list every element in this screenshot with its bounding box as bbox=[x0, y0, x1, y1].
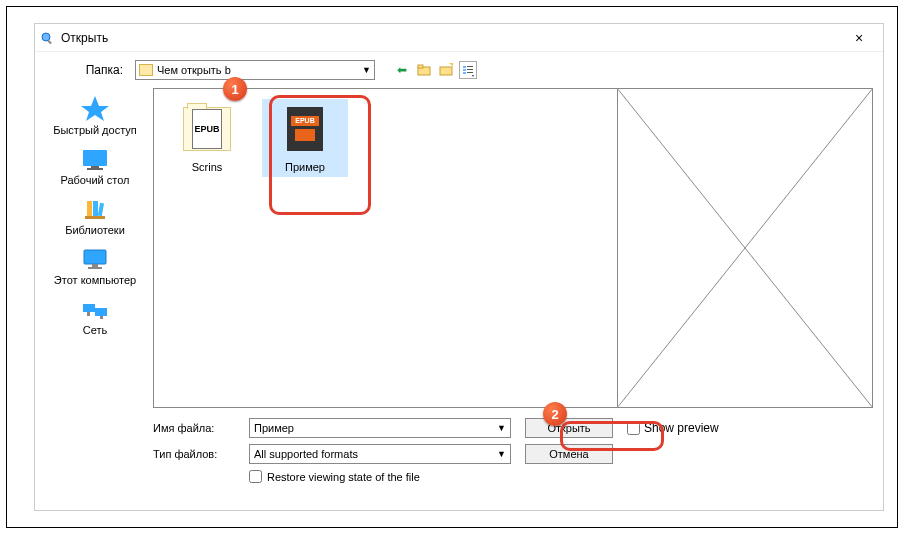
filename-label: Имя файла: bbox=[153, 422, 249, 434]
no-preview-icon bbox=[618, 89, 872, 407]
network-icon bbox=[79, 298, 111, 322]
epub-icon: EPUB bbox=[279, 103, 331, 155]
cancel-button[interactable]: Отмена bbox=[525, 444, 613, 464]
main-area: Быстрый доступ Рабочий стол Библиотеки Э… bbox=[35, 88, 883, 408]
svg-point-0 bbox=[42, 33, 50, 41]
place-libraries[interactable]: Библиотеки bbox=[50, 198, 140, 236]
restore-state-checkbox[interactable] bbox=[249, 470, 262, 483]
filename-input[interactable]: Пример ▼ bbox=[249, 418, 511, 438]
show-preview-checkbox[interactable]: Show preview bbox=[627, 421, 719, 435]
outer-frame: Открыть × Папка: Чем открыть b ▼ ⬅ ✦ bbox=[6, 6, 898, 528]
svg-rect-16 bbox=[87, 201, 92, 216]
bottom-form: Имя файла: Пример ▼ Открыть Show preview… bbox=[35, 408, 883, 483]
filetype-label: Тип файлов: bbox=[153, 448, 249, 460]
svg-rect-20 bbox=[84, 250, 106, 264]
close-button[interactable]: × bbox=[839, 30, 879, 46]
file-list[interactable]: EPUB Scrins EPUB Пример bbox=[153, 88, 617, 408]
star-icon bbox=[79, 94, 111, 122]
place-desktop[interactable]: Рабочий стол bbox=[50, 148, 140, 186]
svg-rect-15 bbox=[87, 168, 103, 170]
show-preview-label: Show preview bbox=[644, 421, 719, 435]
places-bar: Быстрый доступ Рабочий стол Библиотеки Э… bbox=[45, 88, 145, 408]
chevron-down-icon: ▼ bbox=[362, 65, 371, 75]
chevron-down-icon: ▼ bbox=[497, 423, 506, 433]
place-label: Сеть bbox=[83, 324, 107, 336]
chevron-down-icon: ▼ bbox=[497, 449, 506, 459]
restore-state-label: Restore viewing state of the file bbox=[267, 471, 420, 483]
open-file-dialog: Открыть × Папка: Чем открыть b ▼ ⬅ ✦ bbox=[34, 23, 884, 511]
place-label: Рабочий стол bbox=[60, 174, 129, 186]
nav-back-button[interactable]: ⬅ bbox=[393, 61, 411, 79]
svg-rect-18 bbox=[98, 203, 104, 216]
libraries-icon bbox=[79, 198, 111, 222]
show-preview-check[interactable] bbox=[627, 422, 640, 435]
svg-rect-17 bbox=[93, 201, 98, 216]
svg-rect-6 bbox=[463, 66, 466, 68]
folder-label: Папка: bbox=[45, 63, 129, 77]
svg-rect-26 bbox=[100, 316, 103, 319]
nav-buttons: ⬅ ✦ bbox=[393, 61, 477, 79]
place-computer[interactable]: Этот компьютер bbox=[50, 248, 140, 286]
svg-rect-23 bbox=[83, 304, 95, 312]
svg-rect-21 bbox=[92, 264, 98, 267]
nav-up-button[interactable] bbox=[415, 61, 433, 79]
nav-newfolder-button[interactable]: ✦ bbox=[437, 61, 455, 79]
svg-rect-3 bbox=[418, 65, 423, 68]
svg-text:✦: ✦ bbox=[448, 63, 453, 71]
svg-marker-12 bbox=[81, 96, 109, 121]
place-label: Этот компьютер bbox=[54, 274, 136, 286]
place-label: Быстрый доступ bbox=[53, 124, 137, 136]
file-item-epub[interactable]: EPUB Пример bbox=[262, 99, 348, 177]
svg-rect-24 bbox=[95, 308, 107, 316]
svg-rect-7 bbox=[463, 69, 466, 71]
nav-view-button[interactable] bbox=[459, 61, 477, 79]
app-icon bbox=[39, 30, 55, 46]
folder-icon: EPUB bbox=[181, 103, 233, 155]
svg-rect-22 bbox=[88, 267, 102, 269]
file-label: Scrins bbox=[192, 161, 223, 173]
filetype-dropdown[interactable]: All supported formats ▼ bbox=[249, 444, 511, 464]
preview-pane bbox=[617, 88, 873, 408]
svg-rect-14 bbox=[91, 166, 99, 168]
svg-rect-13 bbox=[83, 150, 107, 166]
place-label: Библиотеки bbox=[65, 224, 125, 236]
desktop-icon bbox=[79, 148, 111, 172]
file-label: Пример bbox=[285, 161, 325, 173]
open-button[interactable]: Открыть bbox=[525, 418, 613, 438]
file-item-folder[interactable]: EPUB Scrins bbox=[164, 99, 250, 177]
folder-toolbar: Папка: Чем открыть b ▼ ⬅ ✦ bbox=[35, 52, 883, 88]
svg-rect-19 bbox=[85, 216, 105, 219]
svg-rect-11 bbox=[467, 72, 473, 73]
place-quick-access[interactable]: Быстрый доступ bbox=[50, 94, 140, 136]
place-network[interactable]: Сеть bbox=[50, 298, 140, 336]
svg-rect-10 bbox=[467, 69, 473, 70]
computer-icon bbox=[79, 248, 111, 272]
folder-value: Чем открыть b bbox=[157, 64, 358, 76]
folder-icon bbox=[139, 64, 153, 76]
folder-dropdown[interactable]: Чем открыть b ▼ bbox=[135, 60, 375, 80]
svg-rect-25 bbox=[87, 312, 90, 316]
window-title: Открыть bbox=[61, 31, 839, 45]
svg-rect-8 bbox=[463, 72, 466, 74]
svg-rect-9 bbox=[467, 66, 473, 67]
titlebar: Открыть × bbox=[35, 24, 883, 52]
